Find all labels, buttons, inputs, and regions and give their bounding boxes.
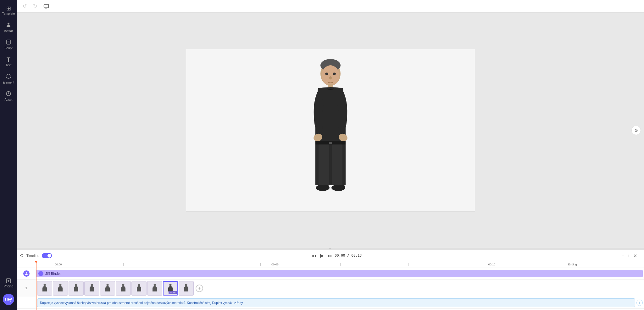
clips-label-col: 1 bbox=[17, 280, 36, 297]
clip-thumb-5[interactable] bbox=[100, 281, 115, 296]
svg-point-14 bbox=[325, 73, 328, 75]
undo-button[interactable]: ↺ bbox=[21, 2, 29, 10]
svg-rect-27 bbox=[333, 185, 345, 189]
timeline-header: ⏱ Timeline ⏮ ▶ ⏭ 00:00 / 00:13 − + ✕ bbox=[17, 250, 644, 261]
sidebar-item-template-label: Template bbox=[2, 12, 15, 16]
pricing-icon bbox=[6, 278, 11, 285]
svg-point-35 bbox=[138, 284, 140, 286]
timeline-area: ⏱ Timeline ⏮ ▶ ⏭ 00:00 / 00:13 − + ✕ bbox=[17, 250, 644, 310]
ruler-tick-1: | bbox=[123, 263, 124, 266]
pricing-label: Pricing bbox=[4, 285, 14, 288]
pricing-button[interactable]: Pricing bbox=[0, 275, 17, 291]
svg-point-15 bbox=[333, 73, 336, 75]
svg-point-28 bbox=[26, 272, 27, 274]
clip-thumb-3[interactable] bbox=[69, 281, 84, 296]
redo-button[interactable]: ↻ bbox=[31, 2, 39, 10]
play-button[interactable]: ▶ bbox=[319, 252, 325, 259]
script-track-content: Duplex je vysoce výkonná širokopásová br… bbox=[36, 297, 644, 308]
playhead bbox=[36, 261, 36, 310]
avatar-track-content: Jiří Binder bbox=[36, 268, 644, 279]
svg-point-30 bbox=[59, 284, 62, 286]
timeline-toggle[interactable] bbox=[42, 253, 52, 258]
sidebar-item-avatar[interactable]: Avatar bbox=[0, 19, 17, 36]
settings-icon[interactable]: ⚙ bbox=[631, 126, 641, 135]
script-bar[interactable]: Duplex je vysoce výkonná širokopásová br… bbox=[37, 298, 635, 307]
avatar-track-dot bbox=[38, 271, 43, 276]
ruler-tick-6: | bbox=[477, 263, 477, 266]
avatar-avatar bbox=[23, 270, 30, 277]
ruler-mark-0000: 00:00 bbox=[55, 263, 62, 266]
tracks-wrapper: 00:00 | | | 00:05 | | | 00:10 Ending bbox=[17, 261, 644, 310]
ruler-tick-5: | bbox=[408, 263, 409, 266]
ruler-mark-0005: 00:05 bbox=[271, 263, 279, 266]
ruler-tick-2: | bbox=[192, 263, 192, 266]
sidebar-item-text[interactable]: T Text bbox=[0, 53, 17, 70]
sidebar-item-template[interactable]: ⊞ Template bbox=[0, 3, 17, 19]
svg-point-33 bbox=[107, 284, 109, 286]
svg-marker-5 bbox=[6, 74, 11, 79]
sidebar-item-asset[interactable]: Asset bbox=[0, 88, 17, 105]
clip-thumb-9-active[interactable]: 14.9s bbox=[163, 281, 178, 296]
skip-back-button[interactable]: ⏮ bbox=[311, 253, 318, 259]
script-track-label-col bbox=[17, 297, 36, 308]
ruler-tick-4: | bbox=[340, 263, 341, 266]
svg-point-34 bbox=[122, 284, 125, 286]
zoom-out-button[interactable]: − bbox=[621, 253, 626, 259]
hey-button[interactable]: Hey bbox=[3, 294, 14, 305]
sidebar-item-asset-label: Asset bbox=[4, 98, 12, 102]
avatar-track-bar[interactable]: Jiří Binder bbox=[36, 270, 643, 277]
sidebar-item-element[interactable]: Element bbox=[0, 70, 17, 88]
timeline-close-button[interactable]: ✕ bbox=[632, 253, 638, 259]
ruler-mark-0010: 00:10 bbox=[488, 263, 496, 266]
svg-point-38 bbox=[185, 284, 187, 286]
avatar-track-row: Jiří Binder bbox=[17, 268, 644, 280]
asset-icon bbox=[6, 91, 11, 97]
clip-thumb-4[interactable] bbox=[84, 281, 99, 296]
time-separator: / bbox=[347, 253, 351, 258]
clips-row: 1 bbox=[17, 280, 644, 297]
skip-forward-button[interactable]: ⏭ bbox=[326, 253, 333, 259]
timeline-ruler: 00:00 | | | 00:05 | | | 00:10 Ending bbox=[17, 261, 644, 268]
template-icon: ⊞ bbox=[6, 6, 11, 11]
sidebar: ⊞ Template Avatar Script T Text Element … bbox=[0, 0, 17, 310]
clip-thumb-10[interactable] bbox=[179, 281, 194, 296]
sidebar-item-text-label: Text bbox=[6, 63, 11, 67]
ruler-mark-ending: Ending bbox=[568, 263, 577, 266]
zoom-in-button[interactable]: + bbox=[626, 253, 631, 259]
sidebar-item-script[interactable]: Script bbox=[0, 36, 17, 53]
clip-thumb-6[interactable] bbox=[116, 281, 131, 296]
monitor-button[interactable] bbox=[42, 3, 51, 10]
avatar-track-label-col bbox=[17, 269, 36, 278]
current-time: 00:00 bbox=[335, 253, 345, 258]
svg-rect-23 bbox=[332, 144, 342, 185]
clip-duration: 14.9s bbox=[169, 291, 177, 294]
clip-thumb-1[interactable] bbox=[37, 281, 52, 296]
timeline-resize-handle[interactable]: ≡ bbox=[17, 248, 644, 250]
timeline-controls: ⏮ ▶ ⏭ 00:00 / 00:13 bbox=[311, 252, 362, 259]
clips-content: 14.9s + bbox=[36, 280, 644, 297]
text-icon: T bbox=[7, 57, 10, 63]
clip-thumb-8[interactable] bbox=[147, 281, 162, 296]
clip-thumb-2[interactable] bbox=[53, 281, 68, 296]
script-expand-button[interactable]: + bbox=[636, 300, 643, 306]
timeline-label: Timeline bbox=[26, 254, 39, 258]
video-canvas bbox=[186, 49, 475, 212]
total-time: 00:13 bbox=[351, 253, 362, 258]
script-track-row: Duplex je vysoce výkonná širokopásová br… bbox=[17, 297, 644, 309]
svg-point-37 bbox=[169, 284, 172, 286]
sidebar-bottom: Pricing Hey bbox=[0, 275, 17, 307]
svg-rect-22 bbox=[319, 144, 329, 185]
svg-point-0 bbox=[8, 23, 9, 24]
timeline-icon: ⏱ bbox=[20, 253, 24, 258]
ruler-tick-3: | bbox=[260, 263, 261, 266]
main-area: ↺ ↻ bbox=[17, 0, 644, 310]
sidebar-item-element-label: Element bbox=[3, 81, 14, 84]
preview-area: ⚙ bbox=[17, 13, 644, 248]
add-clip-button[interactable]: + bbox=[196, 285, 203, 292]
svg-point-36 bbox=[154, 284, 156, 286]
svg-point-29 bbox=[44, 284, 46, 286]
hey-label: Hey bbox=[5, 297, 12, 302]
svg-point-31 bbox=[75, 284, 77, 286]
sidebar-item-script-label: Script bbox=[4, 46, 13, 50]
clip-thumb-7[interactable] bbox=[131, 281, 147, 296]
